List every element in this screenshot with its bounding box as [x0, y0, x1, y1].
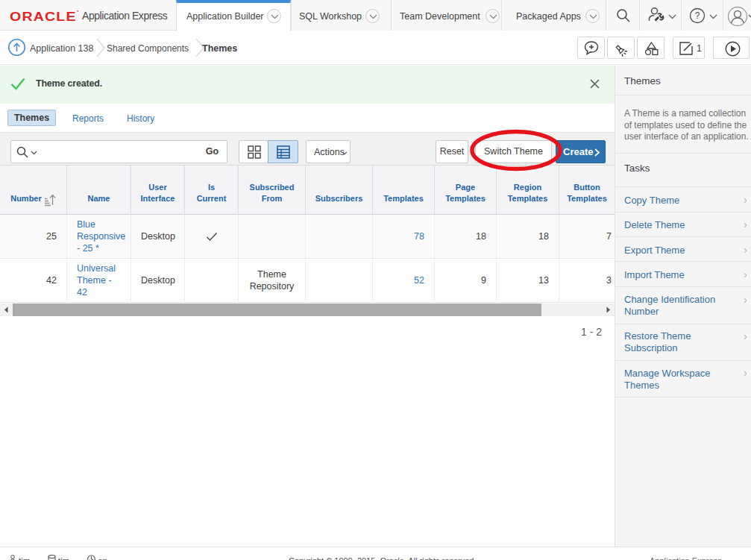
svg-text:?: ? — [695, 10, 700, 21]
